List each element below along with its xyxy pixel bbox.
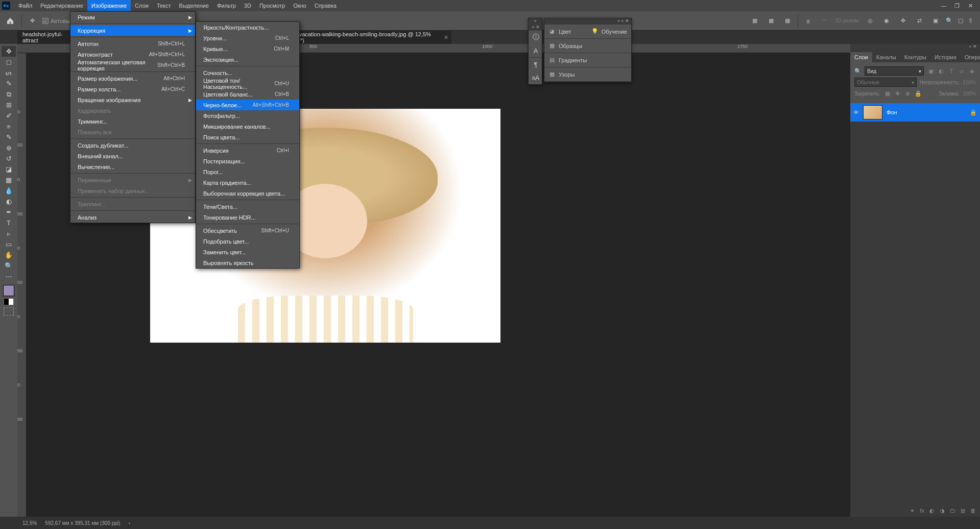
blend-mode-select[interactable]: Обычные▾: [854, 78, 917, 87]
menu-3d[interactable]: 3D: [240, 0, 255, 11]
status-arrow-icon[interactable]: ›: [128, 520, 130, 526]
menu-просмотр[interactable]: Просмотр: [255, 0, 289, 11]
zoom-level[interactable]: 12,5%: [22, 520, 37, 526]
menu-изображение[interactable]: Изображение: [87, 0, 131, 11]
learn-panel-button[interactable]: 💡Обучение: [587, 28, 631, 35]
tab-layers[interactable]: Слои: [850, 52, 872, 62]
collapse-panels-icon[interactable]: « ✕: [850, 44, 980, 50]
brush-tool[interactable]: ✎: [2, 132, 16, 142]
default-colors[interactable]: [4, 298, 14, 305]
menu-item[interactable]: Микширование каналов...: [196, 121, 299, 132]
menu-item[interactable]: Сочность...: [196, 67, 299, 78]
edit-toolbar[interactable]: ⋯: [2, 271, 16, 282]
layer-thumbnail[interactable]: [863, 105, 882, 119]
menu-item[interactable]: Коррекция▶: [70, 25, 195, 36]
lock-position-icon[interactable]: ✥: [894, 90, 902, 97]
crop-tool[interactable]: ⧉: [2, 89, 16, 100]
menu-item[interactable]: Выборочная коррекция цвета...: [196, 188, 299, 199]
menu-окно[interactable]: Окно: [289, 0, 310, 11]
move-tool-icon[interactable]: ✥: [26, 15, 38, 27]
zoom-tool[interactable]: 🔍: [2, 260, 16, 271]
type-tool[interactable]: T: [2, 218, 16, 228]
layer-name[interactable]: Фон: [887, 109, 897, 115]
pen-tool[interactable]: ✒: [2, 207, 16, 218]
menu-item[interactable]: Порог...: [196, 166, 299, 177]
lock-icon[interactable]: 🔒: [970, 109, 977, 116]
menu-item[interactable]: Цветовой тон/Насыщенность...Ctrl+U: [196, 78, 299, 89]
home-button[interactable]: [3, 14, 17, 28]
menu-item[interactable]: Размер холста...Alt+Ctrl+C: [70, 84, 195, 94]
eraser-tool[interactable]: ◪: [2, 164, 16, 175]
delete-icon[interactable]: 🗑: [970, 508, 976, 514]
expand-icon[interactable]: » ✕: [529, 25, 542, 31]
menu-item[interactable]: Подобрать цвет...: [196, 236, 299, 247]
close-tab-icon[interactable]: ✕: [444, 34, 448, 41]
3d-orbit-icon[interactable]: ◎: [864, 15, 876, 27]
menu-item[interactable]: Карта градиента...: [196, 177, 299, 188]
3d-roll-icon[interactable]: ◉: [880, 15, 893, 27]
menu-item[interactable]: Заменить цвет...: [196, 247, 299, 257]
minimize-icon[interactable]: —: [940, 3, 947, 9]
filter-shape-icon[interactable]: ▱: [958, 68, 966, 75]
eyedropper-tool[interactable]: ✐: [2, 110, 16, 121]
menu-item[interactable]: Размер изображения...Alt+Ctrl+I: [70, 73, 195, 84]
foreground-color[interactable]: [3, 285, 14, 296]
filter-adjust-icon[interactable]: ◐: [937, 68, 945, 75]
layer-item-background[interactable]: 👁 Фон 🔒: [850, 103, 980, 122]
3d-slide-icon[interactable]: ⇄: [913, 15, 925, 27]
tab-channels[interactable]: Каналы: [872, 52, 900, 62]
share-icon[interactable]: ⇧: [968, 17, 973, 24]
menu-справка[interactable]: Справка: [310, 0, 341, 11]
filter-type-icon[interactable]: T: [947, 68, 955, 75]
menu-item[interactable]: Уровни...Ctrl+L: [196, 33, 299, 43]
adjustment-icon[interactable]: ◑: [940, 508, 945, 514]
menu-item[interactable]: Вычисления...: [70, 161, 195, 172]
hand-tool[interactable]: ✋: [2, 250, 16, 260]
quick-mask[interactable]: [4, 307, 14, 316]
opacity-value[interactable]: 100%: [963, 80, 976, 85]
new-layer-icon[interactable]: ⊞: [961, 508, 965, 514]
healing-tool[interactable]: ⍟: [2, 121, 16, 132]
maximize-icon[interactable]: ❐: [953, 3, 961, 9]
menu-item[interactable]: Поиск цвета...: [196, 132, 299, 142]
menu-item[interactable]: Тримминг...: [70, 116, 195, 127]
menu-item[interactable]: Автоматическая цветовая коррекцияShift+C…: [70, 60, 195, 70]
collapse-icon[interactable]: »: [529, 18, 542, 25]
character-panel-icon[interactable]: A: [529, 44, 543, 57]
menu-item[interactable]: Внешний канал...: [70, 151, 195, 161]
menu-фильтр[interactable]: Фильтр: [213, 0, 240, 11]
menu-item[interactable]: Вращение изображения▶: [70, 94, 195, 105]
menu-item[interactable]: ОбесцветитьShift+Ctrl+U: [196, 225, 299, 236]
dodge-tool[interactable]: ◐: [2, 196, 16, 207]
menu-item[interactable]: Режим▶: [70, 12, 195, 22]
search-icon[interactable]: 🔍: [946, 17, 953, 24]
workspace-icon[interactable]: ▢: [958, 17, 963, 24]
menu-item[interactable]: Выровнять яркость: [196, 257, 299, 268]
glyphs-panel-icon[interactable]: aA: [529, 71, 543, 84]
menu-item[interactable]: Создать дубликат...: [70, 140, 195, 151]
gradient-tool[interactable]: ▦: [2, 175, 16, 185]
blur-tool[interactable]: 💧: [2, 185, 16, 196]
swatches-panel-button[interactable]: ▦Образцы: [544, 42, 631, 50]
align-center-icon[interactable]: ▦: [765, 15, 777, 27]
tab-paths[interactable]: Контуры: [900, 52, 930, 62]
menu-item[interactable]: АвтотонShift+Ctrl+L: [70, 38, 195, 49]
lock-all-icon[interactable]: 🔒: [914, 90, 922, 97]
3d-camera-icon[interactable]: ▣: [929, 15, 942, 27]
filter-image-icon[interactable]: ▣: [927, 68, 935, 75]
menu-item[interactable]: Яркость/Контрастность...: [196, 22, 299, 33]
tab-history[interactable]: История: [930, 52, 961, 62]
collapse-icon[interactable]: » « ✕: [544, 18, 631, 25]
menu-item[interactable]: Постеризация...: [196, 156, 299, 166]
fx-icon[interactable]: fx: [920, 508, 924, 514]
align-left-icon[interactable]: ▦: [749, 15, 761, 27]
quick-select-tool[interactable]: ✎: [2, 78, 16, 89]
menu-item[interactable]: Фотофильтр...: [196, 110, 299, 121]
patterns-panel-button[interactable]: ▩Узоры: [544, 71, 631, 78]
menu-файл[interactable]: Файл: [14, 0, 36, 11]
menu-item[interactable]: ИнверсияCtrl+I: [196, 145, 299, 156]
lock-artboard-icon[interactable]: ⊕: [904, 90, 912, 97]
close-icon[interactable]: ✕: [967, 3, 974, 9]
menu-текст[interactable]: Текст: [153, 0, 175, 11]
align-right-icon[interactable]: ▦: [781, 15, 794, 27]
